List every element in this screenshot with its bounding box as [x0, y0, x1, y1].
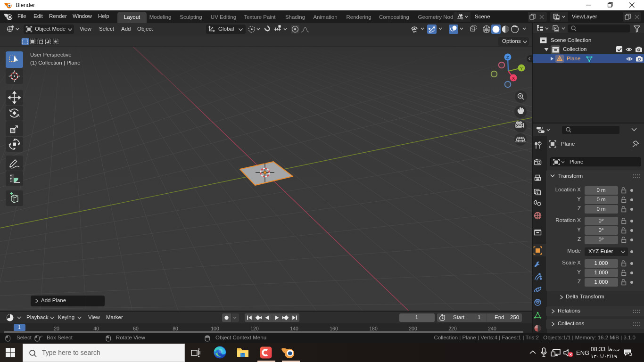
svg-text:Z: Z: [506, 55, 509, 60]
svg-text:Y: Y: [520, 66, 523, 71]
svg-text:X: X: [512, 75, 515, 81]
